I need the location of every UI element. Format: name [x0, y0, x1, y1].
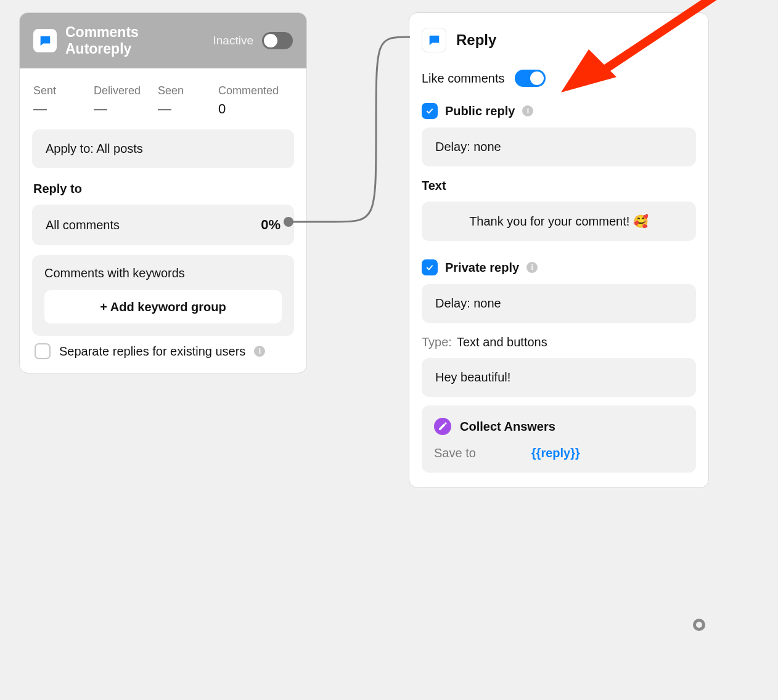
autoreply-stats: Sent — Delivered — Seen — Commented 0: [32, 79, 294, 129]
private-reply-row[interactable]: Private reply i: [422, 259, 696, 275]
connection-port-icon[interactable]: [693, 619, 705, 631]
stat-value: —: [158, 101, 201, 117]
public-delay-block[interactable]: Delay: none: [422, 128, 696, 166]
private-type-label: Type:: [422, 335, 452, 349]
reply-header: Reply: [422, 28, 696, 52]
stat-seen: Seen —: [158, 84, 201, 117]
save-to-row[interactable]: Save to {{reply}}: [432, 446, 686, 460]
reply-title: Reply: [456, 31, 496, 49]
private-delay-label: Delay: none: [435, 296, 501, 310]
stat-label: Sent: [33, 84, 76, 97]
stat-value: —: [94, 101, 141, 117]
text-label: Text: [422, 179, 696, 193]
all-comments-block[interactable]: All comments 0%: [32, 205, 294, 245]
stat-label: Delivered: [94, 84, 141, 97]
autoreply-header: Comments Autoreply Inactive: [20, 13, 306, 68]
public-text-block[interactable]: Thank you for your comment! 🥰: [422, 201, 696, 241]
stat-value: —: [33, 101, 76, 117]
separate-replies-row[interactable]: Separate replies for existing users i: [32, 336, 294, 359]
pencil-icon: [434, 418, 451, 435]
public-delay-label: Delay: none: [435, 140, 501, 153]
info-icon[interactable]: i: [522, 105, 533, 116]
keywords-title: Comments with keywords: [44, 266, 282, 280]
autoreply-status: Inactive: [213, 34, 253, 47]
like-comments-toggle[interactable]: [515, 70, 546, 87]
info-icon[interactable]: i: [254, 346, 265, 357]
save-to-value: {{reply}}: [531, 446, 580, 460]
info-icon[interactable]: i: [526, 262, 538, 273]
all-comments-label: All comments: [46, 218, 120, 232]
collect-answers-header: Collect Answers: [432, 412, 686, 446]
collect-answers-title: Collect Answers: [460, 420, 555, 434]
comment-icon: [33, 29, 57, 52]
comment-icon: [422, 28, 446, 52]
public-reply-checkbox[interactable]: [422, 103, 438, 119]
private-text: Hey beautiful!: [435, 370, 510, 384]
private-reply-checkbox[interactable]: [422, 259, 438, 275]
separate-replies-checkbox[interactable]: [35, 343, 51, 359]
stat-value: 0: [218, 101, 292, 117]
like-comments-label: Like comments: [422, 71, 505, 86]
apply-to-block[interactable]: Apply to: All posts: [32, 129, 294, 168]
add-keyword-button[interactable]: + Add keyword group: [44, 290, 282, 324]
stat-commented: Commented 0: [218, 84, 292, 117]
private-type-value: Text and buttons: [457, 335, 547, 349]
private-delay-block[interactable]: Delay: none: [422, 284, 696, 323]
save-to-label: Save to: [434, 446, 476, 460]
separate-replies-label: Separate replies for existing users: [59, 344, 245, 359]
private-type-row: Type: Text and buttons: [422, 335, 696, 349]
public-reply-label: Public reply: [445, 104, 515, 118]
stat-label: Seen: [158, 84, 201, 97]
all-comments-pct: 0%: [261, 217, 280, 233]
reply-card: Reply Like comments Public reply i Delay…: [409, 12, 709, 488]
reply-to-label: Reply to: [33, 182, 293, 196]
apply-to-label: Apply to: All posts: [46, 142, 143, 155]
keywords-block: Comments with keywords + Add keyword gro…: [32, 255, 294, 336]
autoreply-title: Comments Autoreply: [65, 24, 205, 57]
autoreply-body: Sent — Delivered — Seen — Commented 0 Ap…: [20, 68, 306, 373]
stat-label: Commented: [218, 84, 292, 97]
autoreply-card: Comments Autoreply Inactive Sent — Deliv…: [19, 12, 307, 373]
stat-sent: Sent —: [33, 84, 76, 117]
public-reply-row[interactable]: Public reply i: [422, 103, 696, 119]
collect-answers-block[interactable]: Collect Answers Save to {{reply}}: [422, 405, 696, 473]
like-comments-row: Like comments: [422, 70, 696, 87]
private-text-block[interactable]: Hey beautiful!: [422, 358, 696, 397]
private-reply-label: Private reply: [445, 261, 519, 275]
public-text: Thank you for your comment! 🥰: [469, 214, 649, 228]
stat-delivered: Delivered —: [94, 84, 141, 117]
autoreply-toggle[interactable]: [262, 32, 293, 49]
